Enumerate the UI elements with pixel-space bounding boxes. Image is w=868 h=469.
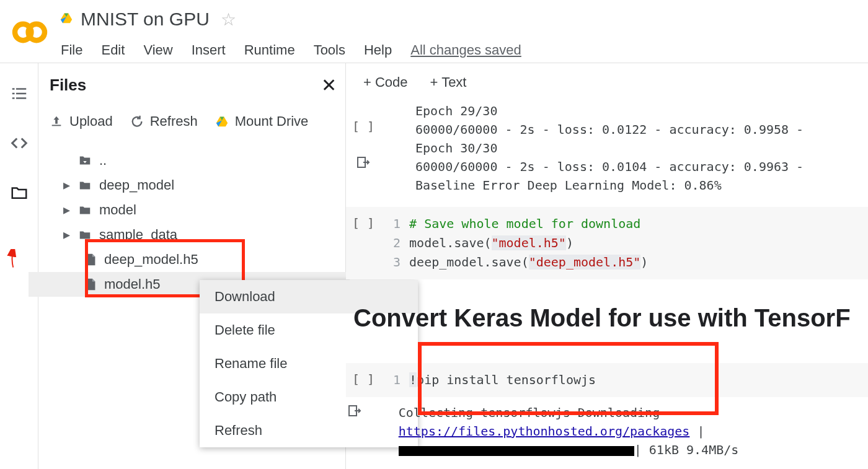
- menu-insert[interactable]: Insert: [192, 42, 226, 58]
- svg-rect-5: [12, 88, 14, 90]
- menu-runtime[interactable]: Runtime: [244, 42, 295, 58]
- colab-logo: [11, 14, 48, 51]
- output-arrow-icon[interactable]: [347, 403, 362, 418]
- cell-brackets[interactable]: [ ]: [352, 372, 374, 387]
- toc-icon[interactable]: [10, 84, 29, 105]
- code-cell-1[interactable]: [ ] 123 # Save whole model for downloadm…: [346, 207, 868, 279]
- tree-file-deep-model-h5[interactable]: deep_model.h5: [63, 247, 345, 272]
- body: Files ✕ Upload Refresh Mount Drive ..: [0, 63, 868, 469]
- files-panel-title: Files: [50, 76, 86, 95]
- main-area: + Code + Text [ ] Epoch 29/30 60000/6000…: [346, 63, 868, 469]
- cell-toolbar: + Code + Text: [346, 63, 868, 102]
- menu-file[interactable]: File: [61, 42, 82, 58]
- arrow-annotation: [4, 249, 22, 268]
- line-numbers: 1: [381, 370, 409, 390]
- file-label: model.h5: [104, 276, 161, 292]
- mount-label: Mount Drive: [235, 113, 309, 129]
- folder-label: deep_model: [99, 177, 174, 193]
- tree-folder-deep-model[interactable]: ▸ deep_model: [63, 173, 345, 198]
- pip-install-output: Collecting tensorflowjs Downloading http…: [364, 403, 868, 459]
- code-cell-2[interactable]: [ ] 1 !pip install tensorflowjs: [346, 363, 868, 397]
- code-snippets-icon[interactable]: [10, 134, 29, 155]
- download-link[interactable]: https://files.pythonhosted.org/packages: [399, 424, 690, 439]
- training-output: Epoch 29/30 60000/60000 - 2s - loss: 0.0…: [381, 102, 804, 195]
- svg-rect-12: [52, 125, 61, 126]
- upload-button[interactable]: Upload: [50, 113, 113, 129]
- file-tree: .. ▸ deep_model ▸ model ▸ sample_data de…: [50, 142, 345, 297]
- section-heading: Convert Keras Model for use with TensorF: [346, 279, 868, 351]
- svg-rect-6: [16, 88, 26, 90]
- svg-marker-17: [92, 254, 95, 257]
- svg-rect-10: [16, 97, 26, 99]
- header: MNIST on GPU ☆ File Edit View Insert Run…: [0, 0, 868, 63]
- upload-label: Upload: [69, 113, 113, 129]
- svg-rect-9: [12, 97, 14, 99]
- files-panel: Files ✕ Upload Refresh Mount Drive ..: [38, 63, 346, 469]
- svg-rect-7: [12, 93, 14, 95]
- svg-point-1: [29, 24, 45, 40]
- tree-folder-sample-data[interactable]: ▸ sample_data: [63, 222, 345, 247]
- output-cell-1: [ ] Epoch 29/30 60000/60000 - 2s - loss:…: [346, 102, 868, 195]
- line-numbers: 123: [381, 214, 409, 272]
- files-icon[interactable]: [10, 183, 29, 204]
- output-arrow-icon[interactable]: [356, 155, 371, 170]
- output-cell-2: Collecting tensorflowjs Downloading http…: [346, 397, 868, 459]
- left-rail: [0, 63, 38, 469]
- refresh-label: Refresh: [150, 113, 198, 129]
- code-content[interactable]: !pip install tensorflowjs: [409, 370, 596, 390]
- drive-icon: [60, 12, 73, 27]
- save-status[interactable]: All changes saved: [410, 42, 521, 58]
- star-icon[interactable]: ☆: [221, 9, 236, 30]
- menu-tools[interactable]: Tools: [314, 42, 345, 58]
- tree-parent-label: ..: [99, 152, 107, 169]
- title-area: MNIST on GPU ☆ File Edit View Insert Run…: [60, 5, 861, 64]
- progress-bar: [399, 446, 634, 456]
- tree-parent[interactable]: ..: [63, 148, 345, 173]
- svg-marker-18: [92, 279, 95, 282]
- menu-edit[interactable]: Edit: [101, 42, 125, 58]
- refresh-button[interactable]: Refresh: [130, 113, 198, 129]
- add-text-button[interactable]: + Text: [430, 74, 467, 90]
- close-icon[interactable]: ✕: [321, 74, 337, 96]
- menu-view[interactable]: View: [143, 42, 172, 58]
- mount-drive-button[interactable]: Mount Drive: [215, 113, 309, 129]
- cell-brackets[interactable]: [ ]: [346, 119, 381, 134]
- add-code-button[interactable]: + Code: [363, 74, 408, 90]
- notebook-title[interactable]: MNIST on GPU: [81, 9, 210, 30]
- cell-brackets[interactable]: [ ]: [352, 216, 374, 230]
- code-cell-1-wrap: [ ] 123 # Save whole model for downloadm…: [346, 207, 868, 279]
- svg-rect-8: [16, 93, 26, 95]
- menu-help[interactable]: Help: [364, 42, 392, 58]
- folder-label: sample_data: [99, 227, 177, 243]
- file-label: deep_model.h5: [104, 252, 198, 268]
- tree-folder-model[interactable]: ▸ model: [63, 198, 345, 222]
- folder-label: model: [99, 202, 136, 218]
- code-content[interactable]: # Save whole model for downloadmodel.sav…: [409, 214, 648, 272]
- menubar: File Edit View Insert Runtime Tools Help…: [60, 30, 861, 64]
